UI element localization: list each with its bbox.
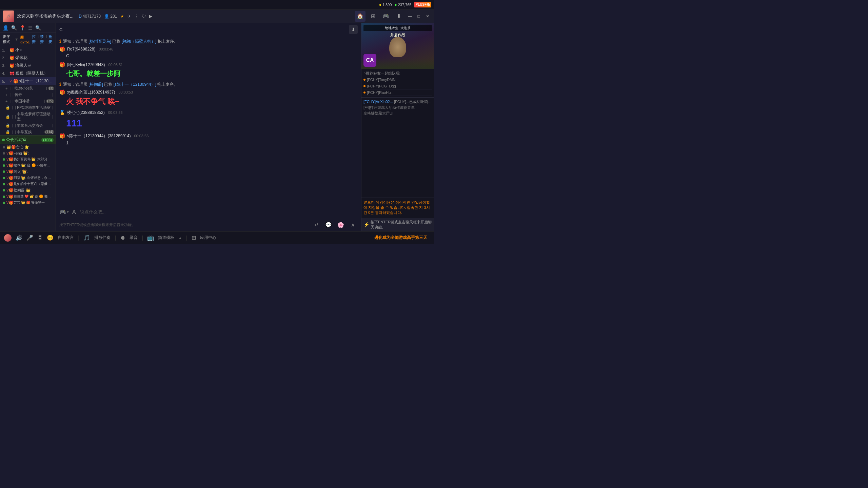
apps-icon[interactable]: ⊞ bbox=[192, 235, 196, 241]
volume-icon[interactable]: 🔊 bbox=[16, 235, 22, 241]
channel-list: 1. 🎁 小○ 2. 🎁 爆米花 3. 🎁 浪果人♾ 4. 🎀 翘翘（隔壁人机）… bbox=[0, 46, 56, 231]
badge-huyu: (114) bbox=[44, 130, 54, 134]
vip-icon-ah: V bbox=[6, 170, 9, 174]
sub-channel-fpc[interactable]: 🔒 | | FPC绝地求生活动室 | bbox=[0, 104, 56, 111]
sub-channel-empire[interactable]: + | | 帝国神话 | (25) bbox=[0, 98, 56, 104]
lock-icon-3: 🔒 bbox=[5, 123, 10, 128]
font-button[interactable]: A bbox=[72, 209, 76, 215]
chat-header: C ⬇ bbox=[56, 23, 361, 36]
viewer-count: 281 bbox=[110, 14, 117, 19]
sub-channel-music[interactable]: 🔒 | | 非常音乐交流会 | bbox=[0, 122, 56, 129]
settings-icon[interactable]: 🎛 bbox=[37, 235, 43, 241]
record-icon[interactable]: ⏺ bbox=[120, 235, 125, 241]
sub-channel-huyu[interactable]: 🔒 | | 非常互娱 | ··· (114) bbox=[0, 129, 56, 135]
emoji-icon-bottom[interactable]: 😊 bbox=[47, 235, 54, 241]
search-icon[interactable]: 🔍 bbox=[35, 25, 41, 30]
music-label[interactable]: 播放伴奏 bbox=[94, 235, 111, 241]
channel-template-icon[interactable]: 📺 bbox=[147, 235, 154, 241]
nav-game[interactable]: 🎮 bbox=[380, 11, 391, 22]
suggest-section: ○推荐好友一起组队玩! [FCHY]TonyDMN [FCHY]FCG_Dgg … bbox=[361, 69, 434, 98]
enter-icon[interactable]: ↵ bbox=[312, 220, 321, 229]
record-label[interactable]: 录音 bbox=[130, 235, 138, 241]
viewer-count-display: 👤 281 bbox=[104, 14, 117, 19]
channel-item-3[interactable]: 3. 🎁 浪果人♾ bbox=[0, 62, 56, 69]
shield-icon[interactable]: 🛡 bbox=[142, 14, 146, 19]
vip-icon-hc: V bbox=[6, 195, 9, 199]
member-huacai[interactable]: V 🎁 花菜菜 ❤️ 👑 嶷 🟠 嘟嘟嘟 bbox=[0, 194, 56, 200]
cast-icon[interactable]: ▶ bbox=[149, 14, 152, 19]
member-wangxin[interactable]: 👑 🎁 亡心 🌟 bbox=[0, 144, 56, 150]
member-yangzhou[interactable]: V 🎁 扬州百灵鸟 👑: 大部分时候不在 bbox=[0, 156, 56, 162]
nav-home[interactable]: 🏠 bbox=[355, 11, 366, 22]
right-bottom-warning: 过도한 게임이용은 정상적인 인일상생활에 지장을 줄 수 있습니다. 접속한 … bbox=[361, 198, 434, 218]
ban-mic-btn[interactable]: 禁麦 bbox=[40, 34, 44, 44]
lock-icon: 🔒 bbox=[5, 105, 10, 110]
player-tonydmn[interactable]: [FCHY]TonyDMN bbox=[363, 77, 432, 83]
top-right-bar: ● 1,390 ● 237,765 PLUS+激 bbox=[0, 0, 434, 9]
game-subtitle-text: 并肩作战 bbox=[390, 33, 405, 37]
channel-item-5[interactable]: 5. V 🎁 s陈十一（12130944） bbox=[0, 77, 56, 85]
mic-icon-bottom[interactable]: 🎤 bbox=[26, 235, 33, 241]
scroll-down-button[interactable]: ⬇ bbox=[349, 25, 358, 34]
player-name-1: [FCHY]TonyDMN bbox=[367, 78, 395, 82]
player-name-3: [FCHY]RaoHui... bbox=[367, 90, 395, 95]
plane-icon[interactable]: ✈ bbox=[127, 14, 131, 19]
msg-louqiqi: 🥇 楼七七(2388818352) 00:03:56 111 bbox=[59, 110, 358, 130]
sub-channel-legend[interactable]: + | | 传奇 | bbox=[0, 92, 56, 98]
location-icon[interactable]: 📍 bbox=[20, 25, 25, 30]
player-fcg[interactable]: [FCHY]FCG_Dgg bbox=[363, 83, 432, 89]
plus-badge[interactable]: PLUS+激 bbox=[414, 2, 431, 7]
close-button[interactable]: ✕ bbox=[424, 13, 431, 20]
chevron-up-icon[interactable]: ∧ bbox=[348, 220, 358, 229]
chat-header-label: C bbox=[59, 27, 62, 32]
avatar-small-icon[interactable] bbox=[4, 234, 12, 242]
member-fifteen[interactable]: V 🎁 是你的小十五吖（思爹查墩） bbox=[0, 181, 56, 187]
channel-item-2[interactable]: 2. 🎁 爆米花 bbox=[0, 54, 56, 62]
list-icon[interactable]: ☰ bbox=[28, 25, 33, 30]
game-preview: 绝地求生: 大逃杀 并肩作战 CA bbox=[361, 23, 434, 69]
room-id-display: ID 40717173 bbox=[78, 14, 101, 19]
member-yunyun[interactable]: V 🎁 芸芸 👑 🎁 安徽第一 bbox=[0, 200, 56, 206]
chat-toolbar: 🎮 ▼ A bbox=[56, 206, 361, 218]
member-feng[interactable]: V 🎁 Feng 👑: bbox=[0, 150, 56, 156]
speech-bubble-icon[interactable]: 💬 bbox=[324, 220, 333, 229]
share-icon[interactable]: ⋮ bbox=[134, 14, 138, 19]
chat-input[interactable] bbox=[79, 208, 358, 216]
user-icon[interactable]: 👤 bbox=[3, 25, 8, 30]
emoji-button[interactable]: 🎮 ▼ bbox=[59, 209, 70, 215]
player-dot-2 bbox=[363, 85, 366, 87]
nav-grid[interactable]: ⊞ bbox=[368, 11, 378, 22]
notice-2: ℹ 通知：管理员 [松间辞] 已将 [s陈十一（12130944）] 抱上麦序。 bbox=[59, 81, 358, 87]
star-icon[interactable]: ★ bbox=[120, 14, 124, 19]
channel-template-label[interactable]: 频道模板 bbox=[158, 235, 174, 241]
channel-item-4[interactable]: 4. 🎀 翘翘（隔壁人机） bbox=[0, 69, 56, 77]
member-ahuo[interactable]: V 🎁 阿火 👑: bbox=[0, 168, 56, 175]
offline-dot bbox=[3, 146, 5, 148]
member-afu[interactable]: V 🎁 阿福 👑: 心怀感恩，永远忠诚 bbox=[0, 175, 56, 181]
apps-label[interactable]: 应用中心 bbox=[200, 235, 216, 241]
guild-room[interactable]: 公会活动室 (103) bbox=[0, 135, 56, 144]
channel-item-1[interactable]: 1. 🎁 小○ bbox=[0, 46, 56, 54]
flower-icon[interactable]: 🌸 bbox=[336, 220, 346, 229]
gift-icon-3: 🎁 bbox=[9, 63, 15, 68]
coin1-value: 1,390 bbox=[382, 3, 392, 7]
sub-channel-chicken[interactable]: + | | 吃鸡小分队 | (3) bbox=[0, 85, 56, 92]
room-info: ID 40717173 👤 281 ★ ✈ ⋮ 🛡 ▶ bbox=[78, 14, 152, 19]
notice-icon-1: ℹ bbox=[59, 39, 61, 44]
music-icon[interactable]: 🎵 bbox=[83, 235, 90, 241]
nav-download[interactable]: ⬇ bbox=[393, 11, 404, 22]
member-songjian[interactable]: V 🎁 松间辞 👑: bbox=[0, 187, 56, 194]
online-dot-yz bbox=[3, 158, 5, 161]
free-speech-label[interactable]: 自由发言 bbox=[58, 235, 74, 241]
room-avatar[interactable]: 🎵 bbox=[3, 11, 14, 22]
player-raohui[interactable]: [FCHY]RaoHui... bbox=[363, 89, 432, 96]
minimize-button[interactable]: — bbox=[406, 13, 414, 20]
control-mic-btn[interactable]: 控麦 bbox=[32, 34, 36, 44]
marquee-text: 进化成为全能游戏高手第三天 bbox=[374, 235, 427, 240]
maximize-button[interactable]: □ bbox=[415, 13, 422, 20]
chat-messages: ℹ 通知：管理员 [扬州百灵鸟] 已将 [翘翘（隔壁人机）] 抱上麦序。 🎁 R… bbox=[56, 36, 361, 206]
search-people-icon[interactable]: 🔍 bbox=[11, 25, 17, 30]
member-enheng[interactable]: V 🎁 嗯哼 👑: 嶷 🟠 不要帮我给钱 bbox=[0, 162, 56, 168]
grab-mic-btn[interactable]: 抢麦 bbox=[48, 34, 53, 44]
sub-channel-dream[interactable]: 🔒 | | 非常造梦师联谊活动室 | bbox=[0, 111, 56, 122]
